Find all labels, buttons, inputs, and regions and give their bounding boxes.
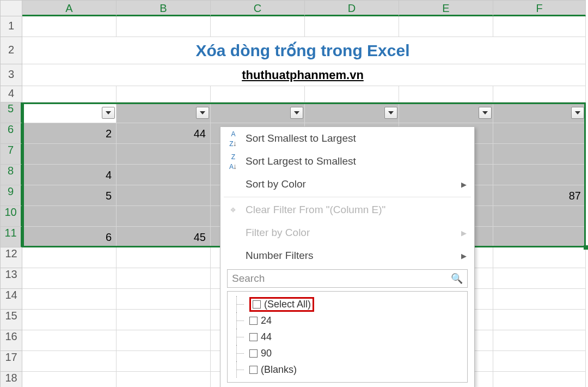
cell-A4[interactable] [22, 86, 117, 102]
col-header-F[interactable]: F [493, 0, 586, 16]
cell-E5[interactable] [399, 102, 493, 123]
cell-A18[interactable] [22, 372, 117, 387]
cell-A16[interactable] [22, 330, 117, 351]
filter-button-C[interactable] [290, 107, 303, 119]
cell-F13[interactable] [493, 268, 586, 289]
cell-A14[interactable] [22, 289, 117, 310]
cell-A11[interactable]: 6 [22, 227, 117, 247]
subtitle-cell[interactable]: thuthuatphanmem.vn [22, 64, 586, 86]
col-header-C[interactable]: C [211, 0, 305, 16]
cell-F17[interactable] [493, 351, 586, 372]
cell-B4[interactable] [117, 86, 211, 102]
cell-F16[interactable] [493, 330, 586, 351]
row-header-9[interactable]: 9 [0, 185, 22, 206]
cell-F12[interactable] [493, 247, 586, 268]
menu-sort-by-color[interactable]: Sort by Color ▶ [220, 173, 474, 196]
filter-tree-item-90[interactable]: 90 [231, 345, 464, 361]
cell-C1[interactable] [211, 16, 305, 37]
cell-A12[interactable] [22, 247, 117, 268]
cell-B5[interactable] [117, 102, 211, 123]
cell-A7[interactable] [22, 144, 117, 165]
filter-tree-select-all[interactable]: (Select All) [231, 296, 464, 312]
cell-B18[interactable] [117, 372, 211, 387]
cell-F10[interactable] [493, 206, 586, 227]
filter-button-A[interactable] [102, 107, 115, 119]
cell-F14[interactable] [493, 289, 586, 310]
row-header-11[interactable]: 11 [0, 227, 22, 247]
cell-F1[interactable] [493, 16, 586, 37]
cell-A6[interactable]: 2 [22, 123, 117, 144]
cell-A17[interactable] [22, 351, 117, 372]
row-header-2[interactable]: 2 [0, 37, 22, 64]
col-header-A[interactable]: A [22, 0, 117, 16]
row-header-15[interactable]: 15 [0, 310, 22, 330]
checkbox-select-all[interactable] [253, 300, 261, 309]
col-header-D[interactable]: D [305, 0, 399, 16]
row-header-10[interactable]: 10 [0, 206, 22, 227]
cell-A10[interactable] [22, 206, 117, 227]
filter-tree-item-blanks[interactable]: (Blanks) [231, 361, 464, 378]
cell-B13[interactable] [117, 268, 211, 289]
cell-B11[interactable]: 45 [117, 227, 211, 247]
row-header-3[interactable]: 3 [0, 64, 22, 86]
cell-B1[interactable] [117, 16, 211, 37]
filter-button-D[interactable] [384, 107, 397, 119]
cell-F8[interactable] [493, 165, 586, 185]
checkbox-90[interactable] [249, 349, 258, 358]
cell-A1[interactable] [22, 16, 117, 37]
cell-B14[interactable] [117, 289, 211, 310]
cell-B17[interactable] [117, 351, 211, 372]
cell-E4[interactable] [399, 86, 493, 102]
cell-A15[interactable] [22, 310, 117, 330]
cell-F15[interactable] [493, 310, 586, 330]
menu-sort-desc[interactable]: ZA↓ Sort Largest to Smallest [220, 150, 474, 173]
cell-B6[interactable]: 44 [117, 123, 211, 144]
filter-tree-item-24[interactable]: 24 [231, 312, 464, 329]
cell-A5[interactable] [22, 102, 117, 123]
cell-B7[interactable] [117, 144, 211, 165]
checkbox-24[interactable] [249, 317, 258, 325]
filter-button-B[interactable] [196, 107, 209, 119]
cell-E1[interactable] [399, 16, 493, 37]
cell-F7[interactable] [493, 144, 586, 165]
cell-F4[interactable] [493, 86, 586, 102]
cell-A8[interactable]: 4 [22, 165, 117, 185]
row-header-6[interactable]: 6 [0, 123, 22, 144]
cell-D5[interactable] [305, 102, 399, 123]
cell-A13[interactable] [22, 268, 117, 289]
checkbox-44[interactable] [249, 333, 258, 341]
row-header-4[interactable]: 4 [0, 86, 22, 102]
cell-B15[interactable] [117, 310, 211, 330]
row-header-12[interactable]: 12 [0, 247, 22, 268]
cell-B8[interactable] [117, 165, 211, 185]
row-header-8[interactable]: 8 [0, 165, 22, 185]
cell-F9[interactable]: 87 [493, 185, 586, 206]
row-header-14[interactable]: 14 [0, 289, 22, 310]
filter-button-F[interactable] [571, 107, 584, 119]
select-all-corner[interactable] [0, 0, 22, 16]
checkbox-blanks[interactable] [249, 366, 258, 374]
cell-B16[interactable] [117, 330, 211, 351]
cell-D4[interactable] [305, 86, 399, 102]
cell-D1[interactable] [305, 16, 399, 37]
menu-number-filters[interactable]: Number Filters ▶ [220, 244, 474, 267]
row-header-18[interactable]: 18 [0, 372, 22, 387]
menu-sort-asc[interactable]: AZ↓ Sort Smallest to Largest [220, 127, 474, 150]
row-header-16[interactable]: 16 [0, 330, 22, 351]
col-header-E[interactable]: E [399, 0, 493, 16]
cell-B10[interactable] [117, 206, 211, 227]
row-header-13[interactable]: 13 [0, 268, 22, 289]
cell-F11[interactable] [493, 227, 586, 247]
cell-A9[interactable]: 5 [22, 185, 117, 206]
selection-handle[interactable] [584, 245, 588, 250]
col-header-B[interactable]: B [117, 0, 211, 16]
cell-F5[interactable] [493, 102, 586, 123]
filter-tree-item-44[interactable]: 44 [231, 329, 464, 345]
cell-F6[interactable] [493, 123, 586, 144]
row-header-5[interactable]: 5 [0, 102, 22, 123]
cell-C5[interactable] [211, 102, 305, 123]
filter-search-input[interactable]: Search 🔍 [227, 269, 468, 288]
row-header-7[interactable]: 7 [0, 144, 22, 165]
row-header-1[interactable]: 1 [0, 16, 22, 37]
row-header-17[interactable]: 17 [0, 351, 22, 372]
